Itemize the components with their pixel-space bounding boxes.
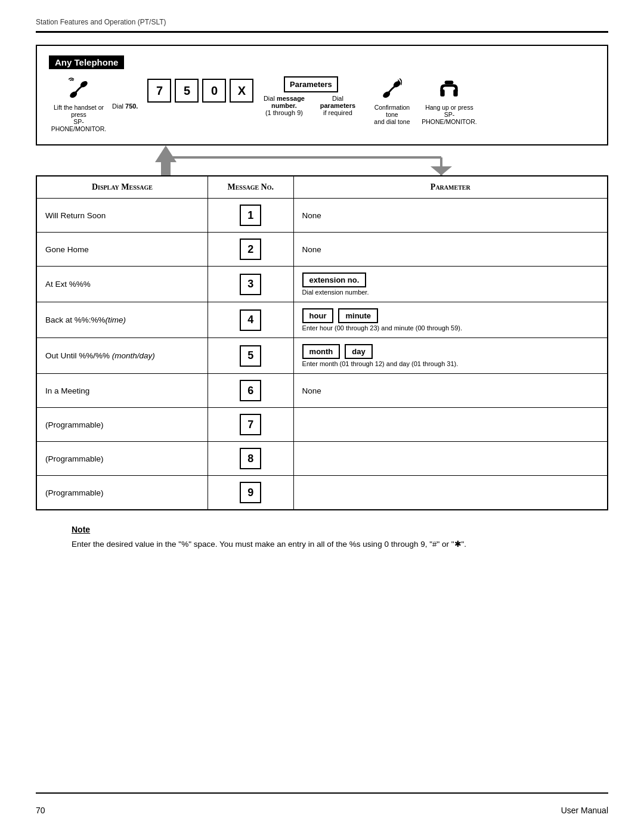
cell-param: None bbox=[293, 233, 608, 267]
page-footer: 70 User Manual bbox=[36, 792, 608, 815]
dial750-caption: Dial 750. bbox=[112, 103, 138, 110]
dial-message-caption: Dial messagenumber.(1 through 9) bbox=[263, 95, 305, 116]
cell-display: In a Meeting bbox=[36, 374, 208, 408]
col-header-display: Display Message bbox=[36, 176, 208, 199]
col-header-msgno: Message No. bbox=[208, 176, 293, 199]
table-body: Will Return Soon1NoneGone Home2NoneAt Ex… bbox=[36, 199, 608, 510]
dial750-caption-area: Dial 750. bbox=[112, 76, 138, 110]
arrow-branch bbox=[155, 145, 513, 175]
cell-display: Out Until %%/%% (month/day) bbox=[36, 338, 208, 374]
footer-title: User Manual bbox=[561, 806, 608, 815]
col-header-param: Parameter bbox=[293, 176, 608, 199]
svg-rect-6 bbox=[454, 89, 458, 97]
hangup-caption: Hang up or pressSP-PHONE/MONITOR. bbox=[422, 104, 477, 125]
dial-7: 7 bbox=[147, 79, 171, 103]
note-text: Enter the desired value in the "%" space… bbox=[72, 538, 608, 551]
table-row: At Ext %%%3extension no.Dial extension n… bbox=[36, 267, 608, 302]
any-telephone-title: Any Telephone bbox=[49, 55, 124, 69]
cell-msgno: 7 bbox=[208, 408, 293, 442]
arrow-section bbox=[36, 145, 608, 175]
cell-display: Gone Home bbox=[36, 233, 208, 267]
table-row: Gone Home2None bbox=[36, 233, 608, 267]
cell-msgno: 2 bbox=[208, 233, 293, 267]
cell-msgno: 8 bbox=[208, 442, 293, 476]
cell-display: (Programmable) bbox=[36, 408, 208, 442]
cell-display: At Ext %%% bbox=[36, 267, 208, 302]
note-section: Note Enter the desired value in the "%" … bbox=[36, 525, 608, 551]
dial-params-caption: Dial parametersif required bbox=[317, 95, 358, 116]
params-box: Parameters bbox=[284, 76, 338, 92]
svg-rect-5 bbox=[441, 89, 445, 97]
cell-param: monthdayEnter month (01 through 12) and … bbox=[293, 338, 608, 374]
cell-param bbox=[293, 442, 608, 476]
note-title: Note bbox=[72, 525, 608, 534]
table-row: (Programmable)8 bbox=[36, 442, 608, 476]
any-telephone-box: Any Telephone Lift the han bbox=[36, 45, 608, 145]
cell-display: (Programmable) bbox=[36, 476, 208, 510]
hangup-icon bbox=[436, 76, 462, 103]
header-rule bbox=[36, 31, 608, 33]
table-row: In a Meeting6None bbox=[36, 374, 608, 408]
hangup-area: Hang up or pressSP-PHONE/MONITOR. bbox=[425, 76, 473, 125]
step-lift-caption: Lift the handset or press SP-PHONE/MONIT… bbox=[51, 104, 107, 132]
cell-display: Back at %%:%%(time) bbox=[36, 302, 208, 338]
table-row: (Programmable)7 bbox=[36, 408, 608, 442]
dial-5: 5 bbox=[175, 79, 199, 103]
phone-ring-icon bbox=[379, 76, 405, 103]
table-row: Will Return Soon1None bbox=[36, 199, 608, 233]
steps-row: Lift the handset or press SP-PHONE/MONIT… bbox=[49, 76, 595, 132]
dial-boxes: 7 5 0 X bbox=[147, 76, 253, 103]
cell-param bbox=[293, 476, 608, 510]
table-row: Out Until %%/%% (month/day)5monthdayEnte… bbox=[36, 338, 608, 374]
cell-msgno: 4 bbox=[208, 302, 293, 338]
confirm-caption: Confirmation toneand dial tone bbox=[368, 104, 416, 125]
dial-x: X bbox=[230, 79, 253, 103]
cell-msgno: 3 bbox=[208, 267, 293, 302]
page-number: 70 bbox=[36, 806, 45, 815]
cell-param: extension no.Dial extension number. bbox=[293, 267, 608, 302]
cell-param: hourminuteEnter hour (00 through 23) and… bbox=[293, 302, 608, 338]
cell-param: None bbox=[293, 199, 608, 233]
cell-param bbox=[293, 408, 608, 442]
params-area: Parameters Dial messagenumber.(1 through… bbox=[263, 76, 358, 116]
cell-msgno: 6 bbox=[208, 374, 293, 408]
cell-msgno: 1 bbox=[208, 199, 293, 233]
handset-icon bbox=[66, 76, 92, 103]
cell-param: None bbox=[293, 374, 608, 408]
page-header: Station Features and Operation (PT/SLT) bbox=[36, 18, 608, 26]
cell-display: Will Return Soon bbox=[36, 199, 208, 233]
dial-0: 0 bbox=[202, 79, 226, 103]
page: Station Features and Operation (PT/SLT) … bbox=[0, 0, 644, 833]
main-table: Display Message Message No. Parameter Wi… bbox=[36, 175, 608, 510]
cell-msgno: 5 bbox=[208, 338, 293, 374]
cell-display: (Programmable) bbox=[36, 442, 208, 476]
svg-rect-4 bbox=[445, 80, 454, 84]
header-text: Station Features and Operation (PT/SLT) bbox=[36, 18, 166, 26]
step-lift: Lift the handset or press SP-PHONE/MONIT… bbox=[55, 76, 103, 132]
table-row: Back at %%:%%(time)4hourminuteEnter hour… bbox=[36, 302, 608, 338]
table-row: (Programmable)9 bbox=[36, 476, 608, 510]
table-header-row: Display Message Message No. Parameter bbox=[36, 176, 608, 199]
confirm-tone-area: Confirmation toneand dial tone bbox=[368, 76, 416, 125]
svg-marker-10 bbox=[431, 166, 452, 175]
cell-msgno: 9 bbox=[208, 476, 293, 510]
